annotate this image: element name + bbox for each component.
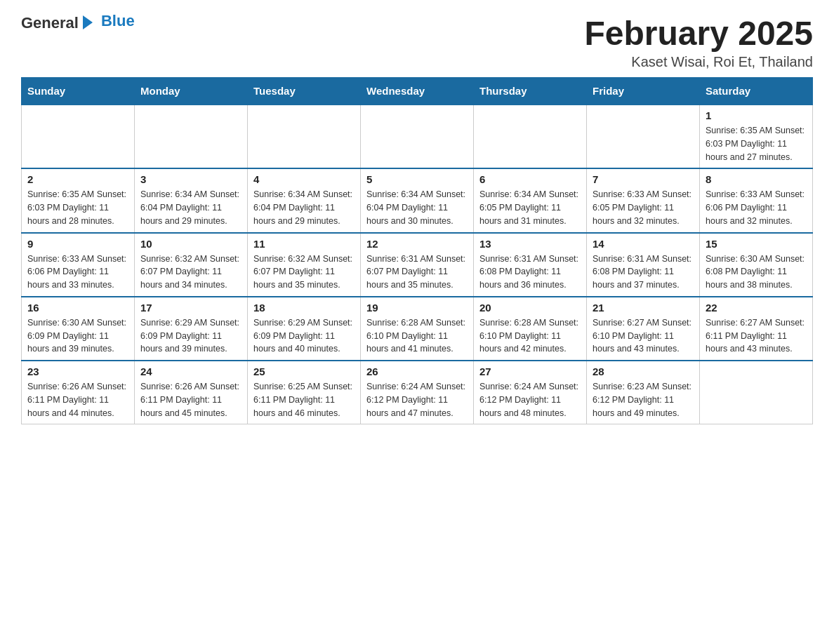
day-of-week-header: Sunday bbox=[22, 78, 135, 105]
calendar-cell bbox=[22, 105, 135, 168]
calendar-cell: 26Sunrise: 6:24 AM Sunset: 6:12 PM Dayli… bbox=[361, 361, 474, 424]
day-info: Sunrise: 6:33 AM Sunset: 6:06 PM Dayligh… bbox=[27, 253, 128, 292]
day-of-week-header: Tuesday bbox=[248, 78, 361, 105]
day-info: Sunrise: 6:32 AM Sunset: 6:07 PM Dayligh… bbox=[140, 253, 241, 292]
day-info: Sunrise: 6:24 AM Sunset: 6:12 PM Dayligh… bbox=[479, 380, 581, 420]
calendar-cell: 17Sunrise: 6:29 AM Sunset: 6:09 PM Dayli… bbox=[135, 297, 248, 361]
day-info: Sunrise: 6:33 AM Sunset: 6:05 PM Dayligh… bbox=[593, 188, 694, 227]
calendar-cell: 21Sunrise: 6:27 AM Sunset: 6:10 PM Dayli… bbox=[587, 297, 700, 361]
calendar-cell: 23Sunrise: 6:26 AM Sunset: 6:11 PM Dayli… bbox=[22, 361, 135, 424]
day-info: Sunrise: 6:31 AM Sunset: 6:07 PM Dayligh… bbox=[366, 253, 468, 292]
day-info: Sunrise: 6:24 AM Sunset: 6:12 PM Dayligh… bbox=[366, 380, 468, 420]
day-info: Sunrise: 6:33 AM Sunset: 6:06 PM Dayligh… bbox=[706, 188, 807, 227]
day-number: 26 bbox=[366, 365, 468, 377]
day-number: 11 bbox=[253, 238, 355, 250]
day-number: 1 bbox=[706, 109, 807, 121]
calendar-cell: 28Sunrise: 6:23 AM Sunset: 6:12 PM Dayli… bbox=[587, 361, 700, 424]
day-number: 2 bbox=[27, 173, 128, 185]
page-header: General Blue February 2025 Kaset Wisai, … bbox=[21, 14, 813, 70]
logo: General Blue bbox=[21, 14, 135, 32]
day-number: 24 bbox=[140, 365, 241, 377]
calendar-cell: 25Sunrise: 6:25 AM Sunset: 6:11 PM Dayli… bbox=[248, 361, 361, 424]
calendar-cell: 22Sunrise: 6:27 AM Sunset: 6:11 PM Dayli… bbox=[700, 297, 813, 361]
calendar-cell bbox=[474, 105, 587, 168]
calendar-cell: 19Sunrise: 6:28 AM Sunset: 6:10 PM Dayli… bbox=[361, 297, 474, 361]
calendar-cell: 13Sunrise: 6:31 AM Sunset: 6:08 PM Dayli… bbox=[474, 233, 587, 297]
day-info: Sunrise: 6:35 AM Sunset: 6:03 PM Dayligh… bbox=[706, 124, 807, 163]
day-info: Sunrise: 6:30 AM Sunset: 6:09 PM Dayligh… bbox=[27, 316, 128, 356]
day-info: Sunrise: 6:35 AM Sunset: 6:03 PM Dayligh… bbox=[27, 188, 128, 227]
day-of-week-header: Thursday bbox=[474, 78, 587, 105]
day-number: 16 bbox=[27, 302, 128, 314]
calendar-cell: 12Sunrise: 6:31 AM Sunset: 6:07 PM Dayli… bbox=[361, 233, 474, 297]
day-of-week-header: Wednesday bbox=[361, 78, 474, 105]
logo-arrow-icon bbox=[83, 15, 93, 29]
day-number: 5 bbox=[366, 173, 468, 185]
day-number: 25 bbox=[253, 365, 355, 377]
day-number: 23 bbox=[27, 365, 128, 377]
day-info: Sunrise: 6:32 AM Sunset: 6:07 PM Dayligh… bbox=[253, 253, 355, 292]
day-info: Sunrise: 6:31 AM Sunset: 6:08 PM Dayligh… bbox=[479, 253, 581, 292]
logo-general-text: General bbox=[21, 14, 79, 32]
month-title: February 2025 bbox=[584, 14, 813, 53]
calendar-cell: 11Sunrise: 6:32 AM Sunset: 6:07 PM Dayli… bbox=[248, 233, 361, 297]
day-info: Sunrise: 6:34 AM Sunset: 6:04 PM Dayligh… bbox=[366, 188, 468, 227]
day-info: Sunrise: 6:34 AM Sunset: 6:04 PM Dayligh… bbox=[253, 188, 355, 227]
day-number: 21 bbox=[593, 302, 694, 314]
day-info: Sunrise: 6:23 AM Sunset: 6:12 PM Dayligh… bbox=[593, 380, 694, 420]
calendar-cell bbox=[700, 361, 813, 424]
calendar-cell: 20Sunrise: 6:28 AM Sunset: 6:10 PM Dayli… bbox=[474, 297, 587, 361]
day-number: 3 bbox=[140, 173, 241, 185]
day-number: 13 bbox=[479, 238, 581, 250]
day-number: 14 bbox=[593, 238, 694, 250]
day-of-week-header: Monday bbox=[135, 78, 248, 105]
day-number: 19 bbox=[366, 302, 468, 314]
day-info: Sunrise: 6:27 AM Sunset: 6:10 PM Dayligh… bbox=[593, 316, 694, 356]
day-number: 28 bbox=[593, 365, 694, 377]
calendar-cell bbox=[587, 105, 700, 168]
day-number: 22 bbox=[706, 302, 807, 314]
calendar-cell: 7Sunrise: 6:33 AM Sunset: 6:05 PM Daylig… bbox=[587, 168, 700, 232]
calendar-week-row: 23Sunrise: 6:26 AM Sunset: 6:11 PM Dayli… bbox=[22, 361, 813, 424]
calendar-cell: 6Sunrise: 6:34 AM Sunset: 6:05 PM Daylig… bbox=[474, 168, 587, 232]
day-info: Sunrise: 6:27 AM Sunset: 6:11 PM Dayligh… bbox=[706, 316, 807, 356]
location-subtitle: Kaset Wisai, Roi Et, Thailand bbox=[584, 54, 813, 70]
calendar-week-row: 9Sunrise: 6:33 AM Sunset: 6:06 PM Daylig… bbox=[22, 233, 813, 297]
day-of-week-header: Saturday bbox=[700, 78, 813, 105]
day-info: Sunrise: 6:34 AM Sunset: 6:05 PM Dayligh… bbox=[479, 188, 581, 227]
logo-blue-text: Blue bbox=[101, 12, 135, 30]
calendar-cell: 15Sunrise: 6:30 AM Sunset: 6:08 PM Dayli… bbox=[700, 233, 813, 297]
day-number: 18 bbox=[253, 302, 355, 314]
day-number: 10 bbox=[140, 238, 241, 250]
day-info: Sunrise: 6:28 AM Sunset: 6:10 PM Dayligh… bbox=[366, 316, 468, 356]
day-info: Sunrise: 6:34 AM Sunset: 6:04 PM Dayligh… bbox=[140, 188, 241, 227]
calendar-cell: 4Sunrise: 6:34 AM Sunset: 6:04 PM Daylig… bbox=[248, 168, 361, 232]
calendar-cell bbox=[248, 105, 361, 168]
calendar-cell: 10Sunrise: 6:32 AM Sunset: 6:07 PM Dayli… bbox=[135, 233, 248, 297]
calendar-header-row: SundayMondayTuesdayWednesdayThursdayFrid… bbox=[22, 78, 813, 105]
calendar-cell: 18Sunrise: 6:29 AM Sunset: 6:09 PM Dayli… bbox=[248, 297, 361, 361]
calendar-cell: 2Sunrise: 6:35 AM Sunset: 6:03 PM Daylig… bbox=[22, 168, 135, 232]
day-number: 6 bbox=[479, 173, 581, 185]
calendar-cell: 3Sunrise: 6:34 AM Sunset: 6:04 PM Daylig… bbox=[135, 168, 248, 232]
day-number: 8 bbox=[706, 173, 807, 185]
day-of-week-header: Friday bbox=[587, 78, 700, 105]
calendar-cell: 16Sunrise: 6:30 AM Sunset: 6:09 PM Dayli… bbox=[22, 297, 135, 361]
calendar-week-row: 2Sunrise: 6:35 AM Sunset: 6:03 PM Daylig… bbox=[22, 168, 813, 232]
day-number: 4 bbox=[253, 173, 355, 185]
day-number: 9 bbox=[27, 238, 128, 250]
day-number: 20 bbox=[479, 302, 581, 314]
day-number: 17 bbox=[140, 302, 241, 314]
day-number: 7 bbox=[593, 173, 694, 185]
calendar-cell: 14Sunrise: 6:31 AM Sunset: 6:08 PM Dayli… bbox=[587, 233, 700, 297]
day-info: Sunrise: 6:25 AM Sunset: 6:11 PM Dayligh… bbox=[253, 380, 355, 420]
calendar-cell: 8Sunrise: 6:33 AM Sunset: 6:06 PM Daylig… bbox=[700, 168, 813, 232]
calendar-cell: 5Sunrise: 6:34 AM Sunset: 6:04 PM Daylig… bbox=[361, 168, 474, 232]
calendar-cell bbox=[361, 105, 474, 168]
calendar-cell: 1Sunrise: 6:35 AM Sunset: 6:03 PM Daylig… bbox=[700, 105, 813, 168]
calendar-week-row: 1Sunrise: 6:35 AM Sunset: 6:03 PM Daylig… bbox=[22, 105, 813, 168]
calendar-cell bbox=[135, 105, 248, 168]
day-number: 15 bbox=[706, 238, 807, 250]
day-number: 27 bbox=[479, 365, 581, 377]
calendar-cell: 27Sunrise: 6:24 AM Sunset: 6:12 PM Dayli… bbox=[474, 361, 587, 424]
